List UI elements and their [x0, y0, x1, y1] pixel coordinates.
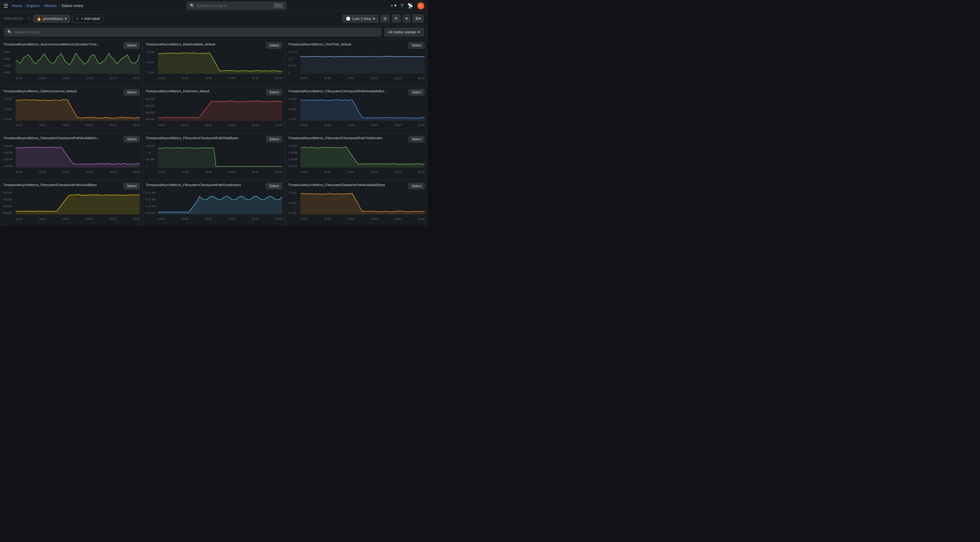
select-button[interactable]: Select [409, 89, 425, 95]
time-label: 19:30 [16, 76, 22, 80]
add-label-text: + Add label [81, 16, 100, 21]
time-label: 19:30 [158, 123, 165, 127]
metrics-grid: TimeplusdAsyncMetrics_AsynchronousMetric… [0, 39, 428, 226]
select-button[interactable]: Select [266, 89, 282, 95]
time-label: 20:00 [371, 170, 378, 173]
time-label: 19:50 [347, 170, 354, 173]
time-label: 20:10 [109, 76, 116, 80]
search-icon: 🔍 [190, 3, 195, 8]
y-label: 172 Bil [3, 118, 12, 121]
time-label: 20:10 [252, 123, 259, 127]
select-button[interactable]: Select [409, 42, 425, 49]
card-header: TimeplusdAsyncMetrics_FilesystemDatastor… [288, 183, 425, 189]
time-label: 20:20 [275, 76, 282, 80]
help-icon[interactable]: ? [401, 3, 403, 8]
y-label: 173 Bil [288, 97, 297, 100]
datasource-label: Data source [4, 16, 23, 21]
select-button[interactable]: Select [124, 183, 140, 189]
time-label: 20:00 [228, 170, 235, 173]
search-shortcut: ⌘+k [274, 3, 283, 8]
card-header: TimeplusdAsyncMetrics_FilesystemCheckpoi… [146, 136, 282, 142]
card-header: TimeplusdAsyncMetrics_AsynchronousMetric… [3, 42, 140, 49]
chart-area: 1.69 Bil1.69 Bil1.68 Bil1.68 Bil 19:3019… [3, 144, 140, 173]
time-label: 20:00 [86, 123, 93, 127]
time-label: 20:20 [418, 123, 425, 127]
y-label: 1.69 Bil [288, 164, 298, 168]
select-button[interactable]: Select [266, 183, 282, 189]
select-button[interactable]: Select [409, 136, 425, 142]
x-axis-labels: 19:3019:4019:5020:0020:1020:20 [301, 215, 425, 220]
time-label: 20:00 [228, 123, 235, 127]
breadcrumb: Home › Explore › Metrics › Select metric [12, 3, 84, 8]
bell-icon[interactable]: 📡 [407, 3, 413, 8]
datasource-button[interactable]: 🔥 prometheus ▾ [33, 15, 70, 22]
select-button[interactable]: Select [124, 89, 140, 95]
metric-title: TimeplusdAsyncMetrics_FilesystemCheckpoi… [146, 136, 242, 140]
chart-area: 173 Bil173 Bil172 Bil 19:3019:4019:5020:… [3, 97, 140, 127]
add-label-button[interactable]: ＋ + Add label [72, 14, 103, 23]
settings-button[interactable]: ⚙▾ [413, 14, 424, 22]
y-label: 500 Bil [146, 157, 155, 161]
x-axis-labels: 19:3019:4019:5020:0020:1020:20 [16, 121, 140, 127]
select-button[interactable]: Select [266, 42, 282, 49]
time-label: 20:00 [86, 217, 93, 220]
x-axis-labels: 19:3019:4019:5020:0020:1020:20 [16, 215, 140, 220]
time-label: 20:10 [252, 76, 259, 80]
select-button[interactable]: Select [124, 136, 140, 142]
metric-title: TimeplusdAsyncMetrics_DiskUsed_default [146, 89, 212, 94]
chart-area: 0.0040.0030.0020.001 19:3019:4019:5020:0… [3, 50, 140, 80]
breadcrumb-explore[interactable]: Explore [27, 3, 40, 8]
y-axis-labels: 0.0040.0030.0020.001 [3, 50, 10, 74]
x-axis-labels: 19:3019:4019:5020:0020:1020:20 [301, 75, 425, 80]
time-label: 19:50 [347, 217, 354, 220]
metrics-search-input[interactable]: 🔍 Search metrics [4, 28, 381, 37]
time-label: 20:20 [418, 170, 425, 173]
y-axis-labels: 1.50 Tri1 Tri500 Bil0 [288, 50, 298, 74]
time-range-button[interactable]: 🕐 Last 1 hour ▾ [343, 15, 379, 22]
search-wrap[interactable]: 🔍 Search or jump to... ⌘+k [187, 2, 286, 10]
y-label: 0.001 [3, 71, 10, 74]
time-label: 19:30 [16, 123, 22, 127]
avatar[interactable]: G [417, 2, 424, 10]
y-label: 1 Tri [146, 151, 155, 154]
chart-svg [158, 50, 282, 74]
metric-card: TimeplusdAsyncMetrics_FilesystemCheckpoi… [1, 180, 142, 226]
y-label: 6.10 Mil [146, 211, 155, 215]
breadcrumb-metrics[interactable]: Metrics [44, 3, 57, 8]
y-axis-labels: 822 Bil822 Bil822 Bil822 Bil [3, 191, 12, 215]
nav-right: ＋▾ ? 📡 G [390, 2, 424, 10]
time-label: 19:40 [39, 123, 46, 127]
select-button[interactable]: Select [124, 42, 140, 49]
search-metrics-row: 🔍 Search metrics All metric names ▾ [0, 25, 428, 39]
y-label: 822 Bil [146, 118, 154, 121]
top-nav: ☰ Home › Explore › Metrics › Select metr… [0, 0, 428, 12]
hamburger-icon[interactable]: ☰ [3, 3, 8, 9]
global-search: 🔍 Search or jump to... ⌘+k [87, 2, 386, 10]
refresh-button[interactable]: ↻ [392, 14, 401, 22]
plus-icon[interactable]: ＋▾ [390, 3, 396, 9]
y-label: 822 Bil [3, 198, 12, 201]
metric-title: TimeplusdAsyncMetrics_FilesystemCheckpoi… [288, 136, 385, 140]
time-label: 19:30 [16, 217, 22, 220]
chart-svg [158, 191, 282, 215]
time-label: 20:00 [228, 76, 235, 80]
y-label: 172 Bil [288, 118, 297, 121]
metric-card: TimeplusdAsyncMetrics_DiskUnreserved_def… [1, 86, 142, 133]
refresh-options-button[interactable]: ▾ [403, 14, 410, 22]
time-label: 19:40 [324, 123, 331, 127]
x-axis-labels: 19:3019:4019:5020:0020:1020:20 [16, 168, 140, 173]
time-label: 19:50 [205, 170, 212, 173]
time-label: 19:50 [205, 217, 212, 220]
select-button[interactable]: Select [266, 136, 282, 142]
time-label: 19:40 [39, 76, 46, 80]
y-axis-labels: 6.11 Mil6.11 Mil6.10 Mil6.10 Mil [146, 191, 155, 215]
chart-area: 822 Bil822 Bil822 Bil822 Bil 19:3019:401… [146, 97, 282, 127]
breadcrumb-home[interactable]: Home [12, 3, 22, 8]
time-label: 20:00 [371, 217, 378, 220]
metrics-filter-button[interactable]: All metric names ▾ [384, 28, 424, 37]
y-label: 822 Bil [3, 205, 12, 208]
time-label: 19:30 [158, 76, 165, 80]
zoom-out-button[interactable]: ⊖ [381, 14, 390, 22]
time-label: 19:50 [347, 76, 354, 80]
select-button[interactable]: Select [409, 183, 425, 189]
